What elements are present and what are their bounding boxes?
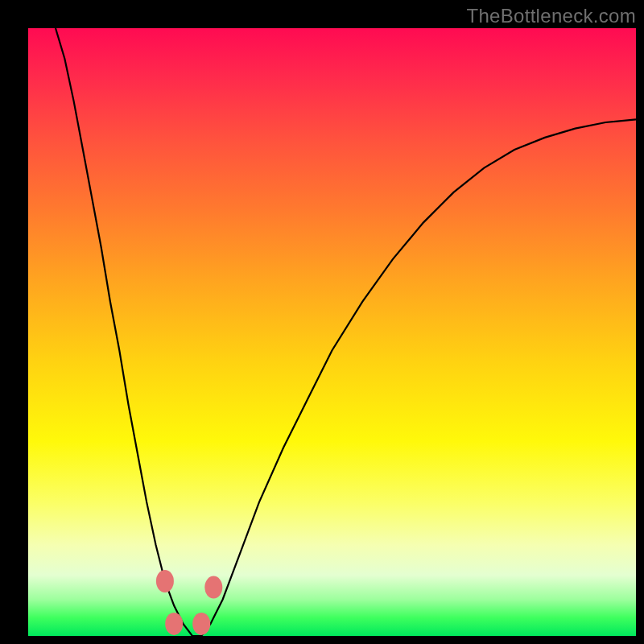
plot-area	[28, 28, 636, 636]
curve-marker	[165, 613, 183, 635]
curve-markers	[156, 570, 222, 635]
curve-marker	[204, 576, 222, 599]
watermark-text: TheBottleneck.com	[466, 5, 636, 27]
curve-path	[56, 28, 636, 636]
curve-marker	[156, 570, 174, 592]
curve-marker	[192, 613, 210, 635]
bottleneck-curve	[28, 28, 636, 636]
chart-frame: TheBottleneck.com	[0, 0, 644, 644]
